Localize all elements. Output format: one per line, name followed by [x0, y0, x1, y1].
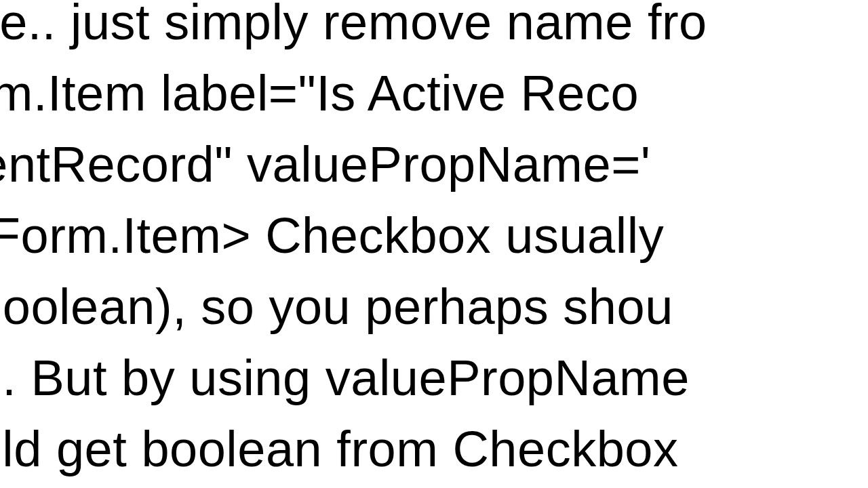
- text-line-7: ould get boolean from Checkbox: [0, 413, 868, 485]
- text-content: ybe.. just simply remove name fro orm.It…: [0, 0, 868, 485]
- text-line-2: orm.Item label="Is Active Reco: [0, 58, 868, 129]
- text-line-4: </Form.Item> Checkbox usually: [0, 200, 868, 271]
- text-line-6: ad. But by using valuePropName: [0, 342, 868, 413]
- text-line-3: rrentRecord" valuePropName=': [0, 129, 868, 200]
- text-line-5: t boolean), so you perhaps shou: [0, 271, 868, 342]
- text-line-1: ybe.. just simply remove name fro: [0, 0, 868, 58]
